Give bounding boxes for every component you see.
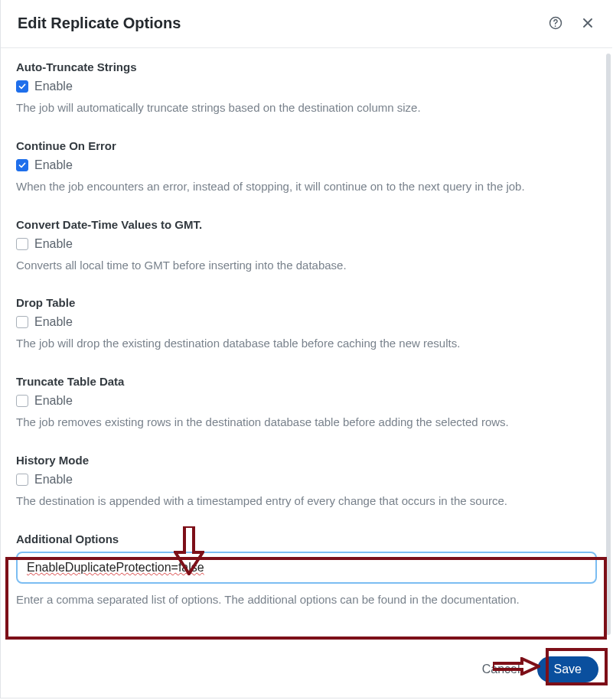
close-button[interactable]	[579, 14, 597, 32]
option-truncate-table: Truncate Table Data Enable The job remov…	[16, 375, 597, 431]
option-drop-table: Drop Table Enable The job will drop the …	[16, 296, 597, 352]
help-icon	[548, 15, 563, 31]
option-continue-on-error: Continue On Error Enable When the job en…	[16, 139, 597, 195]
option-check-row: Enable	[16, 315, 597, 329]
enable-checkbox[interactable]	[16, 80, 28, 93]
option-convert-gmt: Convert Date-Time Values to GMT. Enable …	[16, 218, 597, 274]
option-description: The destination is appended with a times…	[16, 493, 597, 510]
enable-label: Enable	[34, 237, 73, 251]
enable-checkbox[interactable]	[16, 474, 28, 486]
help-button[interactable]	[546, 14, 565, 32]
save-button[interactable]: Save	[537, 656, 598, 682]
modal-body: Auto-Truncate Strings Enable The job wil…	[1, 48, 612, 647]
additional-options-title: Additional Options	[16, 532, 597, 545]
close-icon	[580, 15, 595, 31]
additional-options-input[interactable]: EnableDuplicateProtection=false	[16, 552, 597, 584]
option-check-row: Enable	[16, 80, 597, 93]
option-description: The job will drop the existing destinati…	[16, 335, 597, 352]
option-description: The job removes existing rows in the des…	[16, 414, 597, 431]
option-title: Drop Table	[16, 296, 597, 309]
additional-options-section: Additional Options EnableDuplicateProtec…	[16, 532, 597, 608]
enable-label: Enable	[34, 315, 73, 329]
modal-title: Edit Replicate Options	[18, 15, 181, 32]
option-check-row: Enable	[16, 237, 597, 251]
option-check-row: Enable	[16, 473, 597, 487]
enable-checkbox[interactable]	[16, 316, 28, 328]
option-auto-truncate: Auto-Truncate Strings Enable The job wil…	[16, 60, 597, 116]
option-title: History Mode	[16, 454, 597, 467]
enable-label: Enable	[34, 80, 73, 93]
option-check-row: Enable	[16, 158, 597, 172]
option-title: Truncate Table Data	[16, 375, 597, 388]
enable-checkbox[interactable]	[16, 159, 28, 171]
option-title: Convert Date-Time Values to GMT.	[16, 218, 597, 231]
additional-options-hint: Enter a comma separated list of options.…	[16, 591, 597, 608]
modal-footer: Cancel Save	[1, 647, 612, 698]
modal-header: Edit Replicate Options	[1, 0, 612, 48]
check-icon	[18, 82, 27, 91]
additional-options-value: EnableDuplicateProtection=false	[27, 561, 204, 574]
option-title: Auto-Truncate Strings	[16, 60, 597, 73]
enable-checkbox[interactable]	[16, 395, 28, 407]
edit-replicate-options-modal: Edit Replicate Options Auto-Truncate Str…	[0, 0, 612, 698]
scrollbar-thumb[interactable]	[606, 54, 611, 635]
check-icon	[18, 161, 27, 170]
svg-point-1	[555, 25, 556, 27]
enable-label: Enable	[34, 473, 73, 487]
option-history-mode: History Mode Enable The destination is a…	[16, 454, 597, 510]
header-icon-group	[546, 14, 597, 32]
option-title: Continue On Error	[16, 139, 597, 152]
option-description: Converts all local time to GMT before in…	[16, 257, 597, 274]
option-check-row: Enable	[16, 394, 597, 408]
enable-checkbox[interactable]	[16, 238, 28, 250]
cancel-button[interactable]: Cancel	[471, 656, 531, 682]
enable-label: Enable	[34, 394, 73, 408]
option-description: The job will automatically truncate stri…	[16, 99, 597, 116]
enable-label: Enable	[34, 158, 73, 172]
option-description: When the job encounters an error, instea…	[16, 178, 597, 195]
